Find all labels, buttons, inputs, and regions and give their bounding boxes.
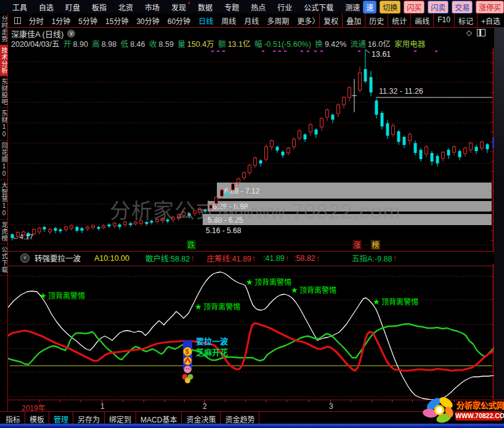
period-tab-30分钟[interactable]: 30分钟 — [136, 15, 159, 26]
up-arrow-icon: ↑ — [190, 254, 194, 263]
toolbar-button-叠加[interactable]: 叠加 — [342, 14, 365, 27]
menu-item-板指[interactable]: 板指 — [92, 2, 107, 12]
period-tab-5分钟[interactable]: 5分钟 — [78, 15, 97, 26]
ohlc-segment: 2020/04/03/五 — [11, 40, 62, 49]
sidebar-item-大智慧10[interactable]: 大智慧10 — [0, 180, 7, 220]
candle-up — [102, 226, 105, 228]
quick-button-闪卖[interactable]: 闪卖 — [428, 1, 449, 14]
menu-item-市场[interactable]: 市场 — [145, 2, 160, 12]
sidebar-item-龙虎榜[interactable]: 龙虎榜 — [0, 220, 7, 244]
toolbar-button-复权[interactable]: 复权 — [319, 14, 342, 27]
low-price-label: ←4.17 — [12, 233, 33, 241]
tab-资金决策[interactable]: 资金决策 — [182, 412, 221, 424]
split-window-icon[interactable] — [477, 29, 486, 36]
sidebar-item-技术分析[interactable]: 技术分析 — [0, 45, 7, 76]
candle-down — [315, 130, 318, 134]
tab-绑定到[interactable]: 绑定到 — [105, 412, 136, 424]
candle-down — [403, 137, 406, 145]
toolbar-button-F10[interactable]: F10 — [433, 14, 454, 27]
tab-管理[interactable]: 管理 — [49, 412, 73, 424]
sidebar-item-东财10[interactable]: 东财10 — [0, 108, 7, 141]
ohlc-segment: 家用电器 — [394, 40, 425, 49]
candle-up — [298, 131, 301, 138]
candle-up — [237, 179, 240, 183]
period-tab-周线[interactable]: 周线 — [221, 15, 236, 26]
tab-MACD基本[interactable]: MACD基本 — [136, 412, 182, 424]
gap-floor-label: 5.16 - 5.68 — [206, 226, 242, 235]
date-axis-label: 3 — [329, 402, 333, 411]
period-tab-分时[interactable]: 分时 — [29, 15, 44, 26]
quick-button-涨停买[interactable]: 涨停买 — [476, 1, 504, 14]
sidebar-item-分时走势[interactable]: 分时走势 — [0, 14, 7, 45]
sidebar-item-东财股吧[interactable]: 东财股吧 — [0, 76, 7, 108]
quick-button-切换[interactable]: 切换 — [380, 1, 400, 14]
tab-指标[interactable]: 指标 — [0, 412, 25, 424]
axis-minor-tick — [287, 400, 287, 402]
ohlc-segment: 8.59 — [159, 40, 176, 49]
tab-资金趋势[interactable]: 资金趋势 — [221, 412, 259, 424]
sidebar-item-同花顺10[interactable]: 同花顺10 — [0, 141, 7, 180]
menu-item-测速[interactable]: 测速 — [345, 2, 360, 12]
left-sidebar: 分时走势技术分析东财股吧东财10同花顺10大智慧10龙虎榜公式下载 — [0, 14, 8, 424]
tab-模板[interactable]: 模板 — [25, 412, 49, 424]
menu-item-数据[interactable]: 数据 — [198, 2, 213, 12]
candle-down — [282, 152, 285, 155]
date-axis-label: 1 — [100, 402, 105, 411]
menu-item-盯盘[interactable]: 盯盘 — [65, 2, 80, 12]
up-arrow-icon: ↑ — [316, 254, 320, 263]
quick-button-闪买[interactable]: 闪买 — [404, 1, 425, 14]
period-tab-日线[interactable]: 日线 — [198, 15, 213, 26]
period-tab-1分钟[interactable]: 1分钟 — [52, 15, 71, 26]
indicator-value-散户线5882: 散户线:58.82 — [145, 252, 190, 264]
candle-up — [287, 148, 290, 153]
ohlc-segment: 低 — [121, 40, 129, 49]
menu-item-自选[interactable]: 自选 — [39, 2, 54, 12]
toolbar-button-画线[interactable]: 画线 — [410, 14, 433, 27]
axis-major-tick — [102, 400, 102, 403]
period-tab-15分钟[interactable]: 15分钟 — [105, 15, 128, 26]
menu-item-专题[interactable]: 专题 — [224, 2, 239, 12]
star-icon: ★ — [373, 297, 380, 307]
ohlc-segment: 收 — [149, 40, 157, 49]
menu-item-行业[interactable]: 行业 — [277, 2, 292, 12]
logo-site-name: 分析家公式网 — [456, 398, 504, 410]
diamond-icon[interactable]: ◇ — [466, 28, 472, 37]
candle-up — [221, 190, 224, 196]
ohlc-segment: 9.42% — [325, 40, 349, 49]
candle-up — [293, 139, 296, 147]
indicator-value-转强要拉一波: 转强要拉一波 — [35, 252, 81, 264]
trading-app-window: { "menubar": { "partial_left": "情", "ite… — [0, 0, 504, 428]
toolbar-button-历史[interactable]: 历史 — [365, 14, 388, 27]
quick-button-交易[interactable]: 交易 — [452, 1, 473, 14]
window-layout-icon[interactable] — [14, 17, 21, 24]
ohlc-segment: 16.0亿 — [368, 40, 392, 49]
menu-item-北资[interactable]: 北资 — [118, 2, 133, 12]
period-tab-多周期[interactable]: 多周期 — [267, 15, 289, 26]
period-tab-60分钟[interactable]: 60分钟 — [168, 15, 190, 26]
toolbar-button-标记[interactable]: 标记 — [454, 14, 477, 27]
menu-item-发现[interactable]: 发现• — [171, 2, 186, 12]
indicator-value-庄筹线4189: 庄筹线:41.89 — [207, 252, 251, 264]
menu-item-工具[interactable]: 工具 — [12, 2, 27, 12]
flag-label: 榜 — [372, 241, 380, 250]
right-edge-strip[interactable] — [494, 27, 504, 400]
toolbar-button-+自选[interactable]: +自选 — [477, 14, 504, 27]
candle-down — [276, 147, 279, 150]
period-tab-月线[interactable]: 月线 — [244, 15, 259, 26]
menu-item-热点[interactable]: 热点 — [251, 2, 266, 12]
signal-text-label: 要拉一波 — [196, 337, 229, 346]
menu-item-公式下载[interactable]: 公式下载 — [304, 2, 333, 12]
toolbar-button-统计[interactable]: 统计 — [388, 14, 410, 27]
ohlc-segment: 高 — [92, 40, 100, 49]
indicator-value-五指A988: 五指A:-9.88 — [352, 252, 392, 264]
star-icon: ★ — [195, 302, 202, 311]
collapse-icon[interactable]: ∨ — [20, 253, 30, 263]
ohlc-segment: 额 — [218, 40, 226, 49]
gap-price-label: 11.32 - 11.26 — [379, 87, 423, 96]
period-tab-更多〉[interactable]: 更多〉 — [297, 15, 319, 26]
tab-另存为[interactable]: 另存为 — [73, 412, 105, 424]
quick-button-速[interactable]: 速 — [363, 1, 376, 14]
chevron-down-icon[interactable]: ∨ — [67, 30, 75, 38]
sidebar-item-公式下载[interactable]: 公式下载 — [0, 244, 7, 276]
ohlc-segment: 8.46 — [130, 40, 147, 49]
